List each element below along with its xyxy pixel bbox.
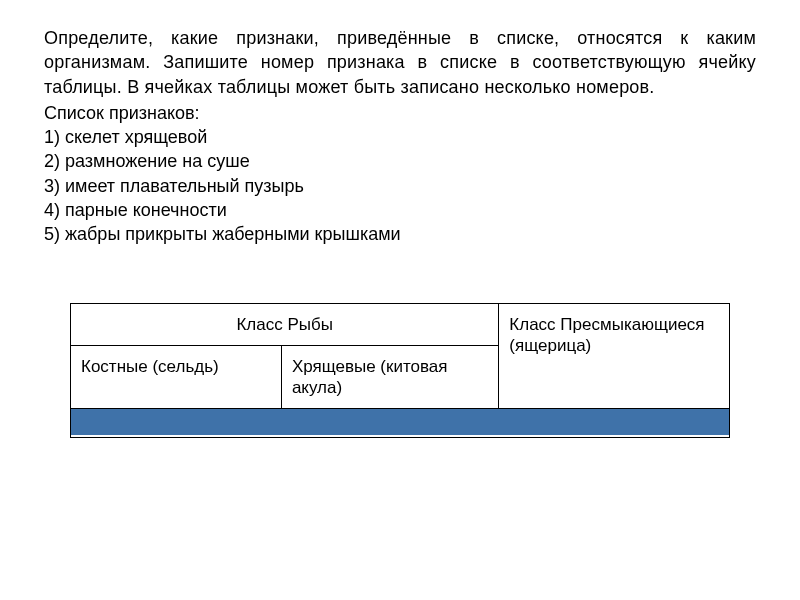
cartilaginous-fish-label: Хрящевые (китовая акула) [281,345,498,409]
feature-item: 4) парные конечности [44,198,756,222]
answer-highlight-bar [71,409,729,435]
task-paragraph: Определите, какие признаки, приведённые … [44,26,756,99]
feature-item: 2) размножение на суше [44,149,756,173]
feature-item: 3) имеет плавательный пузырь [44,174,756,198]
answer-row[interactable] [71,409,730,438]
fish-class-header: Класс Рыбы [71,303,499,345]
reptiles-class-header: Класс Пресмыкающиеся (ящерица) [499,303,730,409]
features-list-heading: Список признаков: [44,101,756,125]
feature-item: 5) жабры прикрыты жаберными крышками [44,222,756,246]
bony-fish-label: Костные (сельдь) [71,345,282,409]
feature-item: 1) скелет хрящевой [44,125,756,149]
classification-table: Класс Рыбы Класс Пресмыкающиеся (ящерица… [70,303,730,439]
page: Определите, какие признаки, приведённые … [0,0,800,438]
